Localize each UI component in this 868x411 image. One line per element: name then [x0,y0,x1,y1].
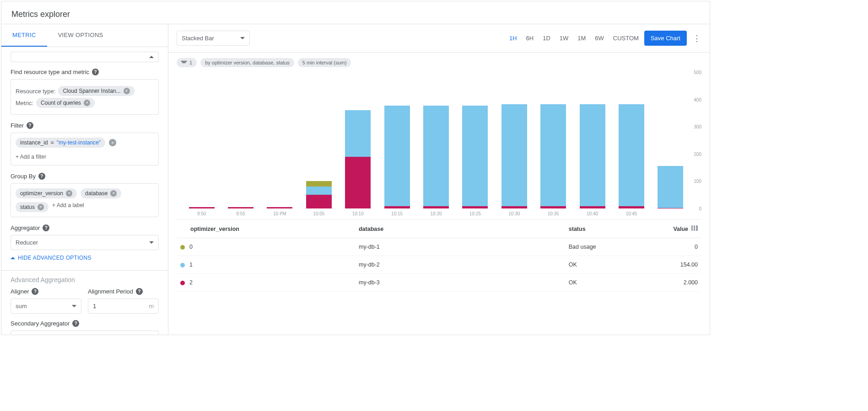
table-row[interactable]: 2my-db-3OK2.000 [177,274,701,292]
bar-segment [345,157,371,208]
metric-chip[interactable]: Count of queries × [36,98,95,108]
aligner-select[interactable]: sum [11,299,81,314]
bar[interactable] [189,207,215,208]
bar-segment [423,106,449,207]
bar[interactable] [658,166,683,208]
chevron-down-icon [72,305,76,307]
page-title: Metrics explorer [1,1,710,24]
aggregator-select[interactable]: Reducer [11,235,159,250]
remove-icon[interactable]: × [124,88,130,94]
tab-view-options[interactable]: VIEW OPTIONS [47,24,114,47]
filter-icon [181,61,187,64]
group-by-chip[interactable]: status× [16,202,49,212]
group-by-chip[interactable]: optimizer_version× [16,188,77,198]
filter-label: Filter [11,122,24,129]
x-tick: 10:45 [625,211,637,216]
resource-type-chip[interactable]: Cloud Spanner Instan... × [58,86,134,96]
group-by-chip[interactable]: database× [81,188,121,198]
bar-segment [462,106,488,207]
x-tick: 10:10 [352,211,364,216]
remove-icon[interactable]: × [110,190,117,197]
filter-count-pill[interactable]: 1 [177,58,197,67]
help-icon[interactable]: ? [136,288,143,295]
bar[interactable] [384,106,410,208]
tab-metric[interactable]: METRIC [1,24,47,47]
bar[interactable] [228,207,253,208]
aligner-label: Aligner [11,288,29,295]
bar-segment [384,206,410,208]
series-color-dot [180,263,185,267]
bar-segment [580,206,605,208]
x-tick: 10:15 [391,211,403,216]
bar-segment [267,207,292,208]
range-custom[interactable]: CUSTOM [613,35,639,42]
bar-segment [501,206,527,208]
grouping-pill[interactable]: by optimizer version, database, status [200,58,294,67]
save-chart-button[interactable]: Save Chart [644,31,687,46]
bar[interactable] [423,106,449,208]
add-group-by-button[interactable]: + Add a label [52,202,84,212]
bar[interactable] [540,104,566,208]
bar-segment [658,208,683,208]
range-1m[interactable]: 1M [577,35,586,42]
bar[interactable] [501,104,527,208]
bar-segment [189,207,215,208]
range-1d[interactable]: 1D [543,35,550,42]
group-by-box: optimizer_version× database× status× + A… [11,183,159,217]
chart-type-select[interactable]: Stacked Bar [177,31,250,46]
aggregator-label: Aggregator [11,224,40,231]
config-sidebar: METRIC VIEW OPTIONS Find resource type a… [1,24,168,335]
bar-segment [306,181,332,187]
range-6w[interactable]: 6W [595,35,604,42]
y-tick: 400 [694,97,701,102]
remove-icon[interactable]: × [84,100,90,106]
collapse-toggle[interactable] [11,52,159,62]
secondary-aggregator-select[interactable]: none [11,331,159,335]
col-status[interactable]: status [565,220,659,238]
help-icon[interactable]: ? [43,224,49,231]
bar-segment [462,206,488,208]
range-1w[interactable]: 1W [560,35,569,42]
x-tick: 9:50 [197,211,206,216]
metric-label: Metric: [16,100,33,107]
help-icon[interactable]: ? [32,288,38,295]
filter-chip[interactable]: instance_id = "my-test-instance" [16,138,105,148]
col-optimizer-version[interactable]: optimizer_version [190,226,239,232]
bar[interactable] [462,106,488,208]
range-1h[interactable]: 1H [509,35,517,42]
remove-icon[interactable]: × [38,204,44,210]
table-row[interactable]: 1my-db-2OK154.00 [177,256,701,274]
remove-filter-icon[interactable]: × [109,139,116,146]
remove-icon[interactable]: × [66,190,72,197]
bar[interactable] [267,207,292,208]
bar[interactable] [345,110,371,208]
help-icon[interactable]: ? [27,122,33,129]
bar[interactable] [619,104,644,208]
x-tick: 10:25 [469,211,481,216]
col-value[interactable]: Value [673,226,688,232]
hide-advanced-toggle[interactable]: HIDE ADVANCED OPTIONS [11,255,159,261]
x-tick: 10 PM [273,211,286,216]
bar[interactable] [580,104,605,208]
bar-segment [384,106,410,207]
interval-pill[interactable]: 5 min interval (sum) [298,58,351,67]
help-icon[interactable]: ? [72,320,79,327]
table-row[interactable]: 0my-db-1Bad usage0 [177,238,701,256]
column-chooser-icon[interactable] [691,225,698,231]
y-tick: 300 [694,124,701,129]
resource-type-label: Resource type: [16,88,55,95]
col-database[interactable]: database [355,220,565,238]
range-6h[interactable]: 6H [526,35,534,42]
help-icon[interactable]: ? [38,173,45,180]
stacked-bar-chart[interactable]: 0100200300400500 9:509:5510 PM10:0510:10… [177,69,701,220]
alignment-period-input[interactable]: 1 m [88,299,159,314]
bar-segment [658,166,683,208]
add-filter-button[interactable]: + Add a filter [16,154,46,160]
time-range-picker: 1H 6H 1D 1W 1M 6W CUSTOM [509,35,639,42]
bar-segment [306,187,332,195]
help-icon[interactable]: ? [92,69,99,75]
bar-segment [540,104,566,207]
x-tick: 10:30 [508,211,520,216]
bar[interactable] [306,181,332,208]
more-menu-icon[interactable]: ⋮ [692,33,701,43]
